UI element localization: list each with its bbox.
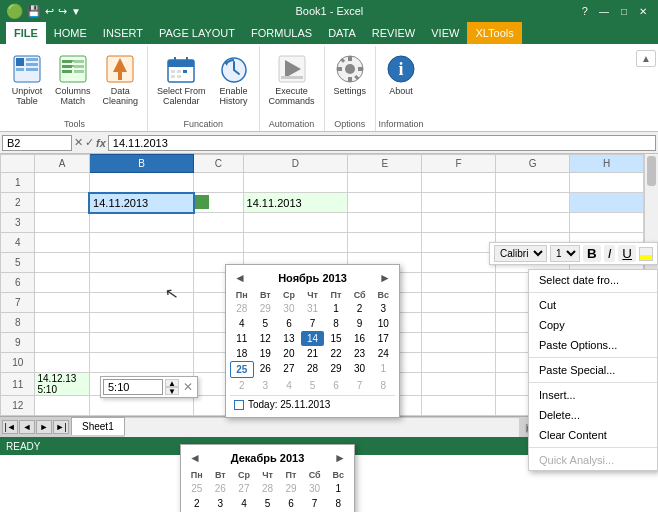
cal-day-11nov[interactable]: 11 <box>230 331 254 346</box>
tab-home[interactable]: HOME <box>46 22 95 44</box>
cal2-day-28[interactable]: 28 <box>256 481 280 496</box>
sheet-tab-sheet1[interactable]: Sheet1 <box>71 417 125 435</box>
cal-day-7dec[interactable]: 7 <box>348 378 372 393</box>
cal-day-28oct[interactable]: 28 <box>230 301 254 316</box>
cell-a8[interactable] <box>35 313 89 333</box>
tab-file[interactable]: FILE <box>6 22 46 44</box>
tab-data[interactable]: DATA <box>320 22 364 44</box>
cell-f8[interactable] <box>422 313 496 333</box>
cell-c1[interactable] <box>194 173 243 193</box>
ctx-copy[interactable]: Copy <box>529 315 657 335</box>
cell-a5[interactable] <box>35 253 89 273</box>
cell-f1[interactable] <box>422 173 496 193</box>
cal-day-18nov[interactable]: 18 <box>230 346 254 361</box>
cell-f9[interactable] <box>422 333 496 353</box>
cell-f4[interactable] <box>422 233 496 253</box>
cell-f5[interactable] <box>422 253 496 273</box>
cell-b7[interactable] <box>89 293 194 313</box>
cell-g2[interactable] <box>496 193 570 213</box>
cell-a3[interactable] <box>35 213 89 233</box>
italic-button[interactable]: I <box>604 245 616 262</box>
cell-e1[interactable] <box>348 173 422 193</box>
scrollbar-thumb[interactable] <box>647 156 656 186</box>
cell-a6[interactable] <box>35 273 89 293</box>
data-cleaning-button[interactable]: DataCleaning <box>98 50 144 116</box>
cal-day-30oct[interactable]: 30 <box>277 301 301 316</box>
cell-e3[interactable] <box>348 213 422 233</box>
cal-day-3nov[interactable]: 3 <box>371 301 395 316</box>
help-button[interactable]: ? <box>578 5 592 18</box>
cal2-day-2[interactable]: 2 <box>185 496 209 511</box>
cal-day-4nov[interactable]: 4 <box>230 316 254 331</box>
cal-day-12nov[interactable]: 12 <box>254 331 278 346</box>
col-header-f[interactable]: F <box>422 155 496 173</box>
cell-b10[interactable] <box>89 353 194 373</box>
sheet-nav-prev[interactable]: ◄ <box>19 420 35 434</box>
cell-b6[interactable] <box>89 273 194 293</box>
horizontal-scrollbar[interactable] <box>125 417 520 437</box>
cal-day-31oct[interactable]: 31 <box>301 301 325 316</box>
row-header-10[interactable]: 10 <box>1 353 35 373</box>
tab-view[interactable]: VIEW <box>423 22 467 44</box>
formula-fx-icon[interactable]: fx <box>96 137 106 149</box>
close-button[interactable]: ✕ <box>634 5 652 18</box>
time-close-button[interactable]: ✕ <box>181 380 195 394</box>
cal-day-13nov[interactable]: 13 <box>277 331 301 346</box>
cal2-day-8[interactable]: 8 <box>326 496 350 511</box>
cal2-day-1[interactable]: 1 <box>326 481 350 496</box>
cell-a4[interactable] <box>35 233 89 253</box>
cal-day-23nov[interactable]: 23 <box>348 346 372 361</box>
time-input[interactable] <box>103 379 163 395</box>
settings-button[interactable]: Settings <box>329 50 372 116</box>
cal-day-4dec[interactable]: 4 <box>277 378 301 393</box>
cell-c4[interactable] <box>194 233 243 253</box>
cal-day-2dec[interactable]: 2 <box>230 378 254 393</box>
col-header-a[interactable]: A <box>35 155 89 173</box>
cal-next-nov[interactable]: ► <box>379 271 391 285</box>
cell-f7[interactable] <box>422 293 496 313</box>
cell-f12[interactable] <box>422 396 496 416</box>
cal-day-10nov[interactable]: 10 <box>371 316 395 331</box>
cal2-day-30[interactable]: 30 <box>303 481 327 496</box>
tab-page-layout[interactable]: PAGE LAYOUT <box>151 22 243 44</box>
row-header-12[interactable]: 12 <box>1 396 35 416</box>
execute-commands-button[interactable]: ExecuteCommands <box>264 50 320 116</box>
col-header-e[interactable]: E <box>348 155 422 173</box>
cell-a10[interactable] <box>35 353 89 373</box>
cal-prev-nov[interactable]: ◄ <box>234 271 246 285</box>
row-header-4[interactable]: 4 <box>1 233 35 253</box>
col-header-d[interactable]: D <box>243 155 348 173</box>
cell-b12[interactable] <box>89 396 194 416</box>
cell-f6[interactable] <box>422 273 496 293</box>
cell-h2[interactable] <box>570 193 644 213</box>
cal-day-20nov[interactable]: 20 <box>277 346 301 361</box>
tab-formulas[interactable]: FORMULAS <box>243 22 320 44</box>
cell-c2[interactable] <box>194 193 243 213</box>
row-header-11[interactable]: 11 <box>1 373 35 396</box>
cell-f3[interactable] <box>422 213 496 233</box>
row-header-1[interactable]: 1 <box>1 173 35 193</box>
row-header-3[interactable]: 3 <box>1 213 35 233</box>
formula-input[interactable] <box>108 135 656 151</box>
cell-a2[interactable] <box>35 193 89 213</box>
cell-b3[interactable] <box>89 213 194 233</box>
cal-day-15nov[interactable]: 15 <box>324 331 348 346</box>
cell-h3[interactable] <box>570 213 644 233</box>
cell-b5[interactable] <box>89 253 194 273</box>
row-header-5[interactable]: 5 <box>1 253 35 273</box>
col-header-b[interactable]: B <box>89 155 194 173</box>
columns-match-button[interactable]: ColumnsMatch <box>50 50 96 116</box>
sheet-nav-last[interactable]: ►| <box>53 420 69 434</box>
ctx-cut[interactable]: Cut <box>529 295 657 315</box>
cal-day-29oct[interactable]: 29 <box>254 301 278 316</box>
bold-button[interactable]: B <box>583 245 601 262</box>
tab-xltools[interactable]: XLTools <box>467 22 521 44</box>
cal-day-5dec[interactable]: 5 <box>301 378 325 393</box>
formula-cancel-icon[interactable]: ✕ <box>74 136 83 149</box>
row-header-2[interactable]: 2 <box>1 193 35 213</box>
sheet-nav-first[interactable]: |◄ <box>2 420 18 434</box>
cal-day-9nov[interactable]: 9 <box>348 316 372 331</box>
cell-d2[interactable]: 14.11.2013 <box>243 193 348 213</box>
row-header-9[interactable]: 9 <box>1 333 35 353</box>
col-header-c[interactable]: C <box>194 155 243 173</box>
